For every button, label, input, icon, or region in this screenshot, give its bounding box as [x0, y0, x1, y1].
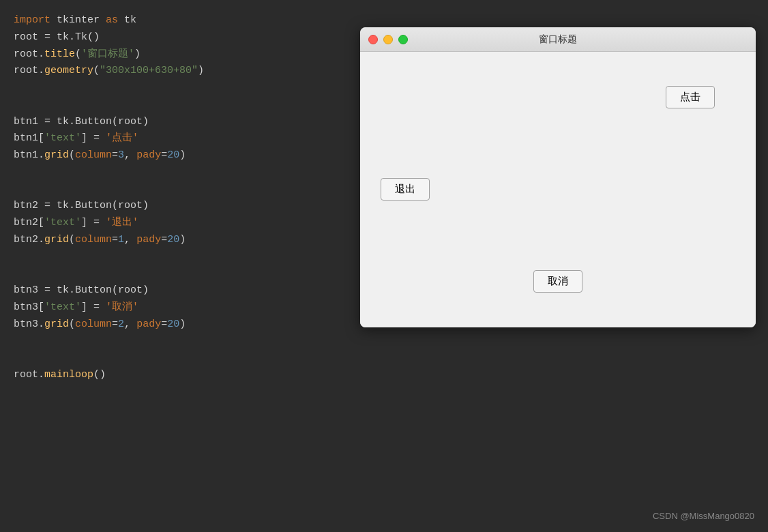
watermark: CSDN @MissMango0820 [653, 511, 754, 521]
code-line: root = tk.Tk() [14, 29, 334, 46]
code-line: btn3['text'] = '取消' [14, 299, 334, 316]
code-line [14, 249, 334, 266]
code-line: btn3.grid(column=2, pady=20) [14, 316, 334, 334]
code-editor: import tkinter as tkroot = tk.Tk()root.t… [0, 0, 348, 532]
code-line [14, 97, 334, 114]
quit-button[interactable]: 退出 [381, 178, 430, 201]
cancel-button[interactable]: 取消 [533, 270, 582, 293]
code-line: root.title('窗口标题') [14, 46, 334, 63]
window-preview: 窗口标题 点击 退出 取消 [360, 27, 756, 327]
code-line: btn2.grid(column=1, pady=20) [14, 232, 334, 249]
code-line [14, 350, 334, 367]
code-line [14, 164, 334, 181]
traffic-lights [368, 35, 408, 44]
maximize-button[interactable] [398, 35, 408, 44]
code-line [14, 181, 334, 198]
code-line: btn1.grid(column=3, pady=20) [14, 147, 334, 164]
window-titlebar: 窗口标题 [360, 27, 756, 52]
minimize-button[interactable] [383, 35, 393, 44]
window-content: 点击 退出 取消 [360, 52, 756, 327]
code-line: btn2['text'] = '退出' [14, 215, 334, 232]
code-line [14, 80, 334, 97]
close-button[interactable] [368, 35, 378, 44]
click-button[interactable]: 点击 [666, 86, 715, 108]
code-line: import tkinter as tk [14, 12, 334, 29]
code-line: btn1['text'] = '点击' [14, 130, 334, 147]
window-title: 窗口标题 [539, 33, 577, 46]
code-line: root.mainloop() [14, 367, 334, 384]
code-line: btn2 = tk.Button(root) [14, 198, 334, 215]
code-line [14, 333, 334, 350]
code-line: btn1 = tk.Button(root) [14, 114, 334, 131]
code-line [14, 265, 334, 282]
code-line: btn3 = tk.Button(root) [14, 282, 334, 299]
code-line: root.geometry("300x100+630+80") [14, 63, 334, 80]
